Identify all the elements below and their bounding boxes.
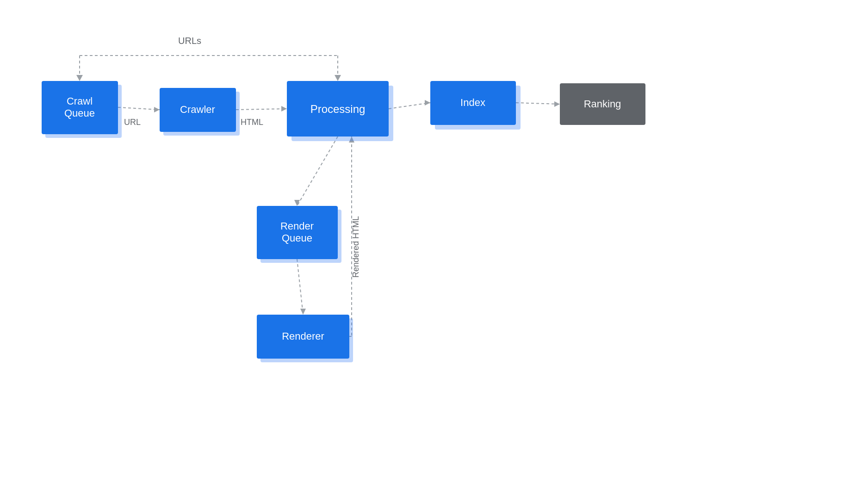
svg-line-15 [297, 259, 303, 315]
svg-text:Ranking: Ranking [584, 98, 621, 110]
svg-text:Queue: Queue [282, 232, 312, 244]
svg-text:Queue: Queue [64, 107, 95, 119]
svg-marker-16 [300, 309, 306, 315]
svg-line-13 [297, 137, 338, 206]
svg-text:Rendered HTML: Rendered HTML [351, 216, 360, 278]
svg-text:Processing: Processing [310, 103, 366, 115]
svg-marker-6 [154, 107, 160, 112]
svg-text:Index: Index [460, 97, 485, 108]
diagram-container: Crawl Queue Crawler Processing Index Ran… [0, 0, 868, 484]
svg-line-7 [236, 109, 287, 110]
svg-text:URL: URL [124, 118, 141, 127]
svg-line-11 [516, 103, 560, 104]
svg-text:Renderer: Renderer [282, 330, 324, 342]
svg-text:HTML: HTML [241, 118, 263, 127]
svg-marker-4 [335, 75, 341, 81]
svg-line-5 [118, 107, 160, 110]
svg-marker-2 [76, 75, 83, 81]
svg-text:URLs: URLs [178, 36, 201, 46]
svg-text:Render: Render [280, 220, 314, 232]
svg-text:Crawl: Crawl [67, 95, 93, 107]
svg-line-9 [389, 103, 430, 109]
svg-marker-10 [425, 100, 430, 105]
svg-marker-8 [281, 106, 287, 112]
diagram-svg: Crawl Queue Crawler Processing Index Ran… [0, 0, 868, 484]
svg-marker-12 [554, 101, 560, 107]
svg-text:Crawler: Crawler [180, 104, 215, 115]
